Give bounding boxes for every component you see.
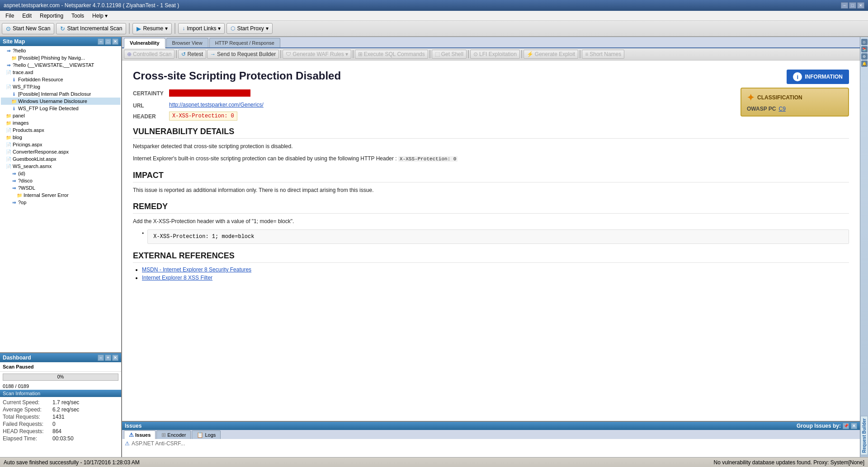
sidebar-icon-2[interactable]: 📚 xyxy=(861,46,868,52)
request-builder-tab[interactable]: Request Builder xyxy=(860,416,868,455)
tree-item-images[interactable]: 📁 images xyxy=(1,119,120,126)
status-bar: Auto save finished successfully - 10/17/… xyxy=(0,457,868,467)
info-row-speed: Current Speed: 1.7 req/sec xyxy=(3,399,118,406)
left-panel: Site Map – □ ✕ ⇒ ?hello 📁 [Possible] Phi… xyxy=(0,37,122,457)
tree-item-pricings[interactable]: 📄 Pricings.aspx xyxy=(1,141,120,148)
import-links-button[interactable]: ↓ Import Links ▾ xyxy=(178,23,225,34)
tree-item-id[interactable]: ⇒ (id) xyxy=(1,170,120,177)
issues-tab-encoder[interactable]: ⊞ Encoder xyxy=(156,430,191,439)
classification-star-icon: ✦ xyxy=(747,92,755,103)
menu-tools[interactable]: Tools xyxy=(68,12,88,20)
tree-item-products[interactable]: 📄 Products.aspx xyxy=(1,126,120,134)
tree-item-wsdl[interactable]: ⇒ ?WSDL xyxy=(1,184,120,191)
start-proxy-label: Start Proxy xyxy=(237,25,264,32)
tree-item-server-error[interactable]: 📁 Internal Server Error xyxy=(1,191,120,199)
site-map-restore[interactable]: □ xyxy=(105,38,111,45)
owasp-line: OWASP PC C9 xyxy=(747,106,843,112)
dashboard-header: Dashboard – + ✕ xyxy=(0,353,121,362)
lfi-exploitation-button[interactable]: ⊙ LFI Exploitation xyxy=(470,50,520,59)
issues-list-item[interactable]: ⚠ ASP.NET Anti-CSRF... xyxy=(124,440,858,447)
start-incremental-scan-button[interactable]: ↻ Start Incremental Scan xyxy=(56,23,126,34)
folder-info-icon: 📁 xyxy=(11,55,17,61)
controlled-scan-button[interactable]: ⊕ Controlled Scan xyxy=(124,50,175,59)
dashboard-close[interactable]: ✕ xyxy=(112,355,118,361)
shell-icon: ⬚ xyxy=(435,51,440,57)
tab-browser-view[interactable]: Browser View xyxy=(166,38,208,47)
url-link[interactable]: http://aspnet.testsparker.com/Generics/ xyxy=(169,102,264,108)
vuln-detail: i INFORMATION ✦ CLASSIFICATION OWASP PC … xyxy=(122,61,860,421)
start-incremental-label: Start Incremental Scan xyxy=(67,25,122,32)
tree-item-windows-username[interactable]: 📁 Windows Username Disclosure xyxy=(1,98,120,105)
dashboard: Dashboard – + ✕ Scan Paused 0% 0188 / 01… xyxy=(0,353,121,457)
page-icon-4: 📄 xyxy=(5,141,12,148)
tree-item-converter[interactable]: 📄 ConverterResponse.aspx xyxy=(1,148,120,155)
resume-button[interactable]: ▶ Resume ▾ xyxy=(132,23,172,34)
tree-item-forbidden[interactable]: ℹ Forbidden Resource xyxy=(1,76,120,83)
sidebar-icon-4[interactable]: 🔔 xyxy=(861,61,868,67)
generate-exploit-button[interactable]: ⚡ Generate Exploit xyxy=(524,50,578,59)
title-bar: aspnet.testsparker.com - Netsparker 4.7.… xyxy=(0,0,868,11)
tree-item-blog[interactable]: 📁 blog xyxy=(1,134,120,141)
close-button[interactable]: ✕ xyxy=(857,2,864,9)
tree-item-hello[interactable]: ⇒ ?hello xyxy=(1,47,120,54)
exploit-icon: ⚡ xyxy=(527,51,533,57)
site-map-minimize[interactable]: – xyxy=(98,38,104,45)
site-map-close[interactable]: ✕ xyxy=(112,38,118,45)
menu-edit[interactable]: Edit xyxy=(19,12,35,20)
tree-item-internal-path[interactable]: ℹ [Possible] Internal Path Disclosur xyxy=(1,90,120,98)
impact-title: IMPACT xyxy=(133,171,849,182)
folder-icon-blog: 📁 xyxy=(5,134,12,140)
tree-item-phishing[interactable]: 📁 [Possible] Phishing by Navig... xyxy=(1,54,120,61)
retest-button[interactable]: ↺ Retest xyxy=(178,50,206,59)
menu-file[interactable]: File xyxy=(2,12,18,20)
tab-http-request[interactable]: HTTP Request / Response xyxy=(209,38,280,47)
tree-item-wsftp-log[interactable]: ℹ WS_FTP Log File Detected xyxy=(1,105,120,112)
tree-item-viewstate[interactable]: ⇒ ?hello (__VIEWSTATE,__VIEWSTAT xyxy=(1,61,120,69)
generate-waf-button[interactable]: 🛡 Generate WAF Rules ▾ xyxy=(283,50,351,59)
menu-help[interactable]: Help ▾ xyxy=(89,12,111,20)
short-names-button[interactable]: ≡ Short Names xyxy=(582,50,624,59)
remedy-title: REMEDY xyxy=(133,202,849,214)
page-icon-6: 📄 xyxy=(5,156,12,162)
sidebar-icon-3[interactable]: ⚙ xyxy=(861,53,868,60)
tab-vulnerability[interactable]: Vulnerability xyxy=(124,38,165,48)
get-shell-button[interactable]: ⬚ Get Shell xyxy=(432,50,467,59)
site-map-tree[interactable]: ⇒ ?hello 📁 [Possible] Phishing by Navig.… xyxy=(0,46,121,352)
info-row-head: HEAD Requests: 864 xyxy=(3,428,118,435)
issues-header: Issues Group Issues by: 📌 ✕ xyxy=(122,422,860,430)
issues-close[interactable]: ✕ xyxy=(851,423,857,429)
import-links-label: Import Links xyxy=(187,25,216,32)
tree-item-trace[interactable]: 📄 trace.axd xyxy=(1,69,120,76)
tree-item-op[interactable]: ⇒ ?op xyxy=(1,199,120,206)
tree-item-panel[interactable]: 📁 panel xyxy=(1,112,120,119)
sidebar-icon-1[interactable]: ⊙ xyxy=(861,39,868,45)
progress-area: 0% xyxy=(0,372,121,383)
status-right: No vulnerability database updates found.… xyxy=(713,459,864,466)
issues-tab-issues[interactable]: ⚠ Issues xyxy=(124,430,156,439)
toolbar-separator-1 xyxy=(129,23,130,34)
external-refs-list: MSDN - Internet Explorer 8 Security Feat… xyxy=(133,266,849,281)
start-proxy-button[interactable]: ⬡ Start Proxy ▾ xyxy=(226,23,272,34)
issues-tab-logs[interactable]: 📋 Logs xyxy=(192,430,221,439)
ref2-link[interactable]: Internet Explorer 8 XSS Filter xyxy=(142,275,849,281)
minimize-button[interactable]: – xyxy=(841,2,848,9)
tree-item-wssearch[interactable]: 📄 WS_search.asmx xyxy=(1,163,120,170)
menu-reporting[interactable]: Reporting xyxy=(36,12,67,20)
send-to-request-builder-button[interactable]: → Send to Request Builder xyxy=(207,50,279,59)
dashboard-minimize[interactable]: – xyxy=(98,355,104,361)
start-new-scan-button[interactable]: ⊙ Start New Scan xyxy=(2,23,54,34)
tree-item-guestbook[interactable]: 📄 GuestbookList.aspx xyxy=(1,155,120,163)
arrow-icon-5: ⇒ xyxy=(11,185,17,191)
execute-sql-button[interactable]: ⊞ Execute SQL Commands xyxy=(355,50,428,59)
owasp-link[interactable]: C9 xyxy=(778,106,785,112)
tree-item-wsftp[interactable]: 📄 WS_FTP.log xyxy=(1,83,120,90)
tree-item-disco[interactable]: ⇒ ?disco xyxy=(1,177,120,184)
info-label-failed: Failed Requests: xyxy=(3,421,52,427)
encoder-icon: ⊞ xyxy=(161,432,166,438)
remedy-bullet: • X-XSS-Protection: 1; mode=block xyxy=(142,229,849,244)
dashboard-restore[interactable]: + xyxy=(105,355,111,361)
maximize-button[interactable]: □ xyxy=(849,2,856,9)
title-text: aspnet.testsparker.com - Netsparker 4.7.… xyxy=(4,2,179,9)
issues-pin[interactable]: 📌 xyxy=(843,423,849,429)
ref1-link[interactable]: MSDN - Internet Explorer 8 Security Feat… xyxy=(142,266,849,273)
